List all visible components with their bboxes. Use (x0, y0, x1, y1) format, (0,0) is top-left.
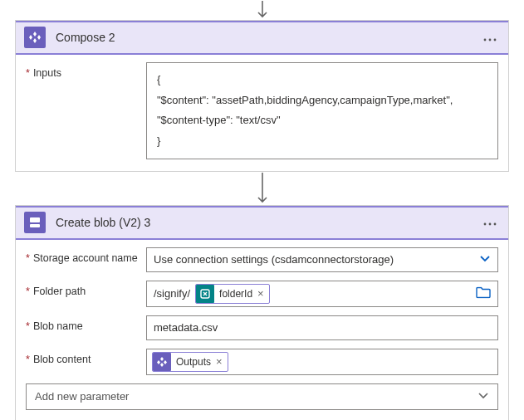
create-blob-header[interactable]: Create blob (V2) 3 (16, 206, 508, 239)
blob-content-label: Blob content (26, 349, 146, 375)
folderid-token[interactable]: folderId × (195, 284, 270, 304)
storage-account-select[interactable]: Use connection settings (csdamconnectors… (146, 247, 498, 272)
remove-token-icon[interactable]: × (257, 287, 264, 300)
compose-menu-icon[interactable] (480, 28, 500, 47)
outputs-token-label: Outputs (176, 356, 211, 368)
svg-point-0 (484, 38, 487, 41)
compose-token-icon (153, 353, 171, 371)
compose-icon (24, 27, 46, 48)
folderid-token-label: folderId (219, 288, 252, 300)
outputs-token[interactable]: Outputs × (152, 352, 228, 372)
remove-token-icon[interactable]: × (216, 355, 223, 368)
svg-point-1 (489, 38, 492, 41)
folder-path-prefix: /signify/ (152, 286, 192, 301)
folder-picker-icon[interactable] (476, 286, 491, 300)
create-blob-menu-icon[interactable] (480, 212, 500, 232)
svg-point-2 (494, 38, 497, 41)
svg-rect-3 (30, 217, 40, 222)
storage-account-value: Use connection settings (csdamconnectors… (154, 253, 394, 266)
chevron-down-icon (477, 389, 489, 403)
blob-icon (24, 212, 46, 233)
folder-path-input[interactable]: /signify/ folderId × (146, 281, 498, 307)
svg-point-6 (489, 223, 492, 226)
svg-point-5 (484, 223, 487, 226)
compose-title: Compose 2 (56, 31, 480, 44)
blob-content-input[interactable]: Outputs × (146, 349, 498, 375)
blob-name-input[interactable]: metadata.csv (146, 315, 498, 340)
chevron-down-icon (479, 252, 491, 266)
storage-account-label: Storage account name (26, 247, 146, 272)
create-blob-title: Create blob (V2) 3 (56, 216, 480, 229)
add-new-parameter-select[interactable]: Add new parameter (26, 383, 498, 410)
blob-name-label: Blob name (26, 315, 146, 340)
connector-arrow-top (15, 0, 509, 20)
folder-path-label: Folder path (26, 281, 146, 307)
variable-icon (196, 285, 214, 303)
inputs-label: Inputs (26, 62, 146, 159)
create-blob-card: Create blob (V2) 3 Storage account name … (15, 205, 509, 420)
add-new-parameter-label: Add new parameter (35, 390, 129, 403)
svg-point-7 (494, 223, 497, 226)
svg-rect-4 (30, 224, 40, 227)
compose-header[interactable]: Compose 2 (16, 21, 508, 54)
inputs-field[interactable]: { "$content": "assetPath,biddingAgency,c… (146, 62, 498, 159)
connector-arrow-mid (15, 172, 509, 205)
compose-card: Compose 2 Inputs { "$content": "assetPat… (15, 20, 509, 172)
